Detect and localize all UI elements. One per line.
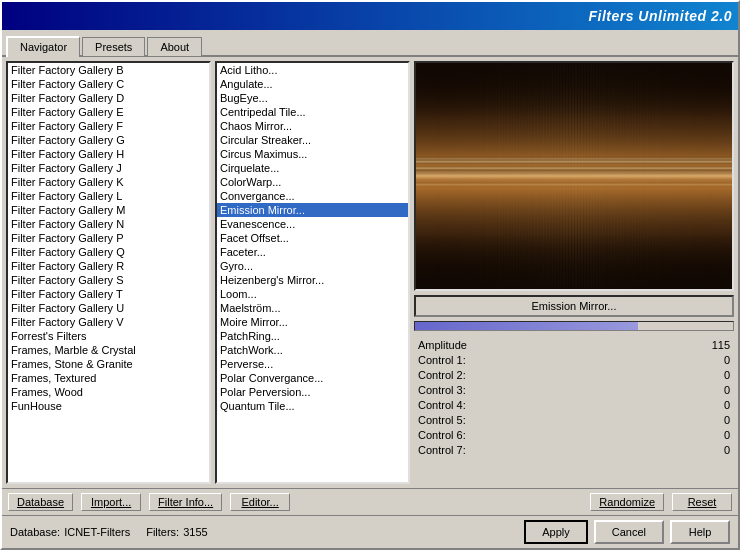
preview-canvas	[416, 63, 732, 289]
filter-item[interactable]: Polar Perversion...	[217, 385, 408, 399]
category-scroll[interactable]: Filter Factory Gallery B Filter Factory …	[8, 63, 209, 482]
list-item[interactable]: Filter Factory Gallery J	[8, 161, 209, 175]
list-item[interactable]: Filter Factory Gallery M	[8, 203, 209, 217]
filter-item[interactable]: Chaos Mirror...	[217, 119, 408, 133]
database-label: Database:	[10, 526, 60, 538]
filter-item[interactable]: ColorWarp...	[217, 175, 408, 189]
filter-item-selected[interactable]: Emission Mirror...	[217, 203, 408, 217]
tab-bar: Navigator Presets About	[2, 30, 738, 57]
list-item[interactable]: Filter Factory Gallery R	[8, 259, 209, 273]
filter-item[interactable]: Facet Offset...	[217, 231, 408, 245]
filter-info-button[interactable]: Filter Info...	[149, 493, 222, 511]
filter-item[interactable]: Angulate...	[217, 77, 408, 91]
help-button[interactable]: Help	[670, 520, 730, 544]
list-item[interactable]: Filter Factory Gallery H	[8, 147, 209, 161]
list-item[interactable]: Filter Factory Gallery C	[8, 77, 209, 91]
title-bar: Filters Unlimited 2.0	[2, 2, 738, 30]
filter-list-panel: Acid Litho... Angulate... BugEye... Cent…	[215, 61, 410, 484]
filter-item[interactable]: Centripedal Tile...	[217, 105, 408, 119]
amplitude-slider[interactable]	[414, 321, 734, 331]
control-row-7: Control 7: 0	[418, 444, 730, 456]
list-item[interactable]: Frames, Textured	[8, 371, 209, 385]
list-item[interactable]: Forrest's Filters	[8, 329, 209, 343]
list-item[interactable]: Filter Factory Gallery L	[8, 189, 209, 203]
database-button[interactable]: Database	[8, 493, 73, 511]
control5-label: Control 5:	[418, 414, 488, 426]
control5-value: 0	[700, 414, 730, 426]
control3-value: 0	[700, 384, 730, 396]
list-item[interactable]: Filter Factory Gallery E	[8, 105, 209, 119]
slider-fill	[415, 322, 638, 330]
filter-item[interactable]: Evanescence...	[217, 217, 408, 231]
filter-item[interactable]: Perverse...	[217, 357, 408, 371]
control-row-1: Control 1: 0	[418, 354, 730, 366]
main-content: Filter Factory Gallery B Filter Factory …	[2, 57, 738, 488]
filter-item[interactable]: PatchRing...	[217, 329, 408, 343]
filter-item[interactable]: Moire Mirror...	[217, 315, 408, 329]
filter-item[interactable]: Loom...	[217, 287, 408, 301]
filter-item[interactable]: Heizenberg's Mirror...	[217, 273, 408, 287]
editor-button[interactable]: Editor...	[230, 493, 290, 511]
filter-item[interactable]: Quantum Tile...	[217, 399, 408, 413]
list-item[interactable]: Filter Factory Gallery K	[8, 175, 209, 189]
import-button[interactable]: Import...	[81, 493, 141, 511]
database-value: ICNET-Filters	[64, 526, 130, 538]
filter-item[interactable]: Gyro...	[217, 259, 408, 273]
list-item[interactable]: Filter Factory Gallery V	[8, 315, 209, 329]
control1-label: Control 1:	[418, 354, 488, 366]
list-item[interactable]: Frames, Marble & Crystal	[8, 343, 209, 357]
list-item[interactable]: Filter Factory Gallery N	[8, 217, 209, 231]
list-item[interactable]: Filter Factory Gallery B	[8, 63, 209, 77]
list-item[interactable]: Frames, Wood	[8, 385, 209, 399]
filter-item[interactable]: Maelström...	[217, 301, 408, 315]
filter-item[interactable]: Polar Convergance...	[217, 371, 408, 385]
filter-item[interactable]: Circus Maximus...	[217, 147, 408, 161]
control4-label: Control 4:	[418, 399, 488, 411]
filter-scroll[interactable]: Acid Litho... Angulate... BugEye... Cent…	[217, 63, 408, 482]
list-item[interactable]: Filter Factory Gallery T	[8, 287, 209, 301]
control-row-amplitude: Amplitude 115	[418, 339, 730, 351]
filter-item[interactable]: Circular Streaker...	[217, 133, 408, 147]
list-item[interactable]: FunHouse	[8, 399, 209, 413]
filter-item[interactable]: Convergance...	[217, 189, 408, 203]
control6-label: Control 6:	[418, 429, 488, 441]
status-bar: Database: ICNET-Filters Filters: 3155	[10, 526, 208, 538]
main-window: Filters Unlimited 2.0 Navigator Presets …	[0, 0, 740, 550]
randomize-button[interactable]: Randomize	[590, 493, 664, 511]
cancel-button[interactable]: Cancel	[594, 520, 664, 544]
reset-button[interactable]: Reset	[672, 493, 732, 511]
list-item[interactable]: Frames, Stone & Granite	[8, 357, 209, 371]
list-item[interactable]: Filter Factory Gallery U	[8, 301, 209, 315]
action-buttons: Apply Cancel Help	[524, 520, 730, 544]
control-row-6: Control 6: 0	[418, 429, 730, 441]
right-panel: Emission Mirror... Amplitude 115 Control…	[414, 61, 734, 484]
control7-label: Control 7:	[418, 444, 488, 456]
preview-area	[414, 61, 734, 291]
control1-value: 0	[700, 354, 730, 366]
control7-value: 0	[700, 444, 730, 456]
tab-navigator[interactable]: Navigator	[6, 36, 80, 57]
list-item[interactable]: Filter Factory Gallery D	[8, 91, 209, 105]
list-item[interactable]: Filter Factory Gallery G	[8, 133, 209, 147]
amplitude-label: Amplitude	[418, 339, 488, 351]
filter-item[interactable]: BugEye...	[217, 91, 408, 105]
control2-label: Control 2:	[418, 369, 488, 381]
list-item[interactable]: Filter Factory Gallery F	[8, 119, 209, 133]
tab-presets[interactable]: Presets	[82, 37, 145, 56]
apply-button[interactable]: Apply	[524, 520, 588, 544]
list-item[interactable]: Filter Factory Gallery P	[8, 231, 209, 245]
filter-item[interactable]: PatchWork...	[217, 343, 408, 357]
filter-item[interactable]: Acid Litho...	[217, 63, 408, 77]
filter-name-display: Emission Mirror...	[414, 295, 734, 317]
control2-value: 0	[700, 369, 730, 381]
amplitude-value: 115	[700, 339, 730, 351]
control4-value: 0	[700, 399, 730, 411]
tab-about[interactable]: About	[147, 37, 202, 56]
list-item[interactable]: Filter Factory Gallery Q	[8, 245, 209, 259]
list-item[interactable]: Filter Factory Gallery S	[8, 273, 209, 287]
filter-item[interactable]: Faceter...	[217, 245, 408, 259]
filter-item[interactable]: Cirquelate...	[217, 161, 408, 175]
control-row-4: Control 4: 0	[418, 399, 730, 411]
control-row-3: Control 3: 0	[418, 384, 730, 396]
control-row-2: Control 2: 0	[418, 369, 730, 381]
